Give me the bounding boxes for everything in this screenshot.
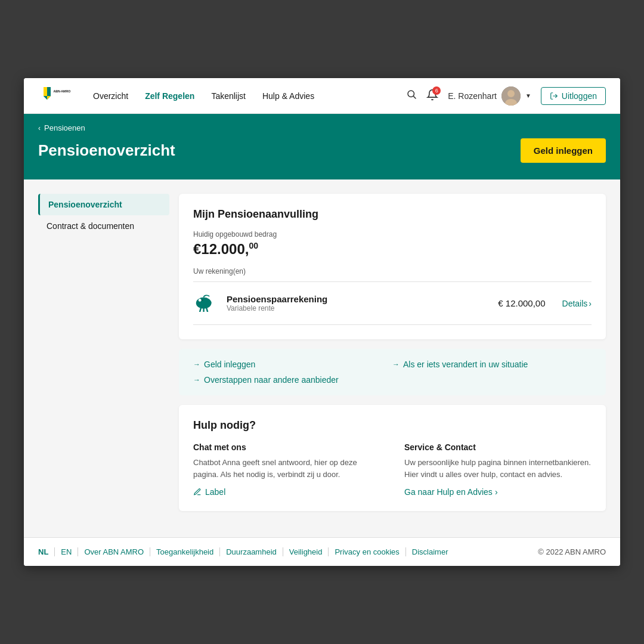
user-menu[interactable]: E. Rozenhart ▼	[448, 86, 531, 106]
svg-marker-1	[44, 87, 47, 96]
nav-zelf-regelen[interactable]: Zelf Regelen	[145, 91, 194, 101]
pension-card-title: Mijn Pensioenaanvulling	[193, 208, 592, 221]
details-link[interactable]: Details ›	[562, 299, 592, 308]
footer-link-duurzaamheid[interactable]: Duurzaamheid	[220, 547, 283, 556]
nav-links: Overzicht Zelf Regelen Takenlijst Hulp &…	[93, 91, 406, 101]
actions-card: → Geld inleggen → Overstappen naar ander…	[179, 349, 606, 395]
account-amount: € 12.000,00	[498, 298, 545, 308]
help-card: Hulp nodig? Chat met ons Chatbot Anna ge…	[179, 405, 606, 511]
action-situatie[interactable]: → Als er iets verandert in uw situatie	[392, 360, 592, 369]
chevron-down-icon: ▼	[525, 92, 531, 99]
user-name: E. Rozenhart	[448, 91, 497, 101]
footer-link-disclaimer[interactable]: Disclaimer	[406, 547, 454, 556]
footer-link-en[interactable]: EN	[55, 547, 78, 556]
svg-point-9	[507, 90, 515, 97]
huidig-label: Huidig opgebouwd bedrag	[193, 230, 592, 239]
notification-button[interactable]: 6	[426, 89, 438, 103]
footer-link-toegankelijkheid[interactable]: Toegankelijkheid	[150, 547, 220, 556]
rekening-label: Uw rekening(en)	[193, 267, 592, 275]
logo-area: ABN·AMRO	[38, 84, 74, 108]
avatar	[501, 86, 521, 106]
chat-title: Chat met ons	[193, 442, 380, 452]
footer-link-veiligheid[interactable]: Veiligheid	[283, 547, 329, 556]
svg-line-15	[200, 308, 201, 312]
service-title: Service & Contact	[404, 442, 592, 452]
breadcrumb-parent[interactable]: Pensioenen	[44, 123, 85, 132]
page-header: ‹ Pensioenen Pensioenoverzicht Geld inle…	[24, 114, 620, 179]
pencil-icon	[193, 488, 202, 496]
svg-marker-4	[47, 96, 51, 100]
svg-marker-2	[47, 87, 51, 96]
actions-left: → Geld inleggen → Overstappen naar ander…	[193, 360, 392, 385]
account-row: Pensioenspaarrekening Variabele rente € …	[193, 281, 592, 325]
nav-hulp-advies[interactable]: Hulp & Advies	[262, 91, 314, 101]
abn-amro-logo: ABN·AMRO	[38, 84, 74, 108]
arrow-right-icon-3: →	[392, 360, 400, 369]
chat-text: Chatbot Anna geeft snel antwoord, hier o…	[193, 457, 380, 480]
svg-text:ABN·AMRO: ABN·AMRO	[54, 89, 71, 93]
pension-amount: €12.000,00	[193, 241, 592, 258]
geld-inleggen-header-button[interactable]: Geld inleggen	[521, 138, 606, 163]
footer-link-privacy[interactable]: Privacy en cookies	[329, 547, 405, 556]
svg-line-7	[414, 96, 416, 98]
svg-marker-3	[44, 96, 47, 100]
account-name: Pensioenspaarrekening	[227, 294, 488, 304]
help-title: Hulp nodig?	[193, 419, 592, 432]
search-icon[interactable]	[406, 89, 417, 103]
logout-button[interactable]: Uitloggen	[541, 87, 606, 105]
account-sub: Variabele rente	[227, 304, 488, 312]
logout-label: Uitloggen	[562, 91, 597, 101]
service-text: Uw persoonlijke hulp pagina binnen inter…	[404, 457, 592, 480]
notification-badge: 6	[432, 86, 441, 95]
service-link[interactable]: Ga naar Hulp en Advies ›	[404, 487, 592, 497]
chevron-right-icon: ›	[589, 299, 592, 308]
navbar: ABN·AMRO Overzicht Zelf Regelen Takenlij…	[24, 78, 620, 114]
piggy-bank-icon	[193, 290, 217, 316]
nav-overzicht[interactable]: Overzicht	[93, 91, 128, 101]
content-area: Mijn Pensioenaanvulling Huidig opgebouwd…	[179, 194, 606, 523]
arrow-right-icon: →	[193, 360, 200, 369]
help-col-chat: Chat met ons Chatbot Anna geeft snel ant…	[193, 442, 380, 497]
help-cols: Chat met ons Chatbot Anna geeft snel ant…	[193, 442, 592, 497]
svg-point-6	[408, 91, 414, 97]
sidebar: Pensioenoverzicht Contract & documenten	[38, 194, 169, 523]
chevron-right-icon-service: ›	[495, 487, 498, 497]
browser-window: ABN·AMRO Overzicht Zelf Regelen Takenlij…	[24, 78, 620, 566]
footer-link-nl[interactable]: NL	[38, 547, 55, 556]
chat-label[interactable]: Label	[193, 487, 380, 497]
pension-card: Mijn Pensioenaanvulling Huidig opgebouwd…	[179, 194, 606, 339]
footer-link-over[interactable]: Over ABN AMRO	[78, 547, 150, 556]
footer-copyright: © 2022 ABN AMRO	[538, 547, 606, 556]
action-geld-inleggen[interactable]: → Geld inleggen	[193, 360, 392, 369]
svg-rect-14	[208, 301, 211, 304]
account-info: Pensioenspaarrekening Variabele rente	[227, 294, 488, 312]
arrow-right-icon-2: →	[193, 376, 200, 384]
breadcrumb: ‹ Pensioenen	[38, 123, 606, 132]
help-col-service: Service & Contact Uw persoonlijke hulp p…	[404, 442, 592, 497]
action-overstappen[interactable]: → Overstappen naar andere aanbieder	[193, 375, 392, 385]
footer: NL EN Over ABN AMRO Toegankelijkheid Duu…	[24, 537, 620, 566]
header-row: Pensioenoverzicht Geld inleggen	[38, 138, 606, 163]
main-content: Pensioenoverzicht Contract & documenten …	[24, 179, 620, 537]
sidebar-item-contract-documenten[interactable]: Contract & documenten	[38, 215, 169, 237]
page-title: Pensioenoverzicht	[38, 141, 175, 160]
sidebar-item-pensioenoverzicht[interactable]: Pensioenoverzicht	[38, 194, 169, 215]
nav-takenlijst[interactable]: Takenlijst	[211, 91, 246, 101]
nav-right: 6 E. Rozenhart ▼ U	[406, 86, 606, 106]
svg-point-18	[202, 299, 203, 301]
svg-point-13	[199, 299, 202, 302]
svg-line-17	[206, 308, 208, 312]
breadcrumb-arrow-icon: ‹	[38, 124, 41, 132]
logout-icon	[550, 92, 558, 100]
footer-links: NL EN Over ABN AMRO Toegankelijkheid Duu…	[38, 547, 454, 556]
actions-right: → Als er iets verandert in uw situatie	[392, 360, 592, 385]
